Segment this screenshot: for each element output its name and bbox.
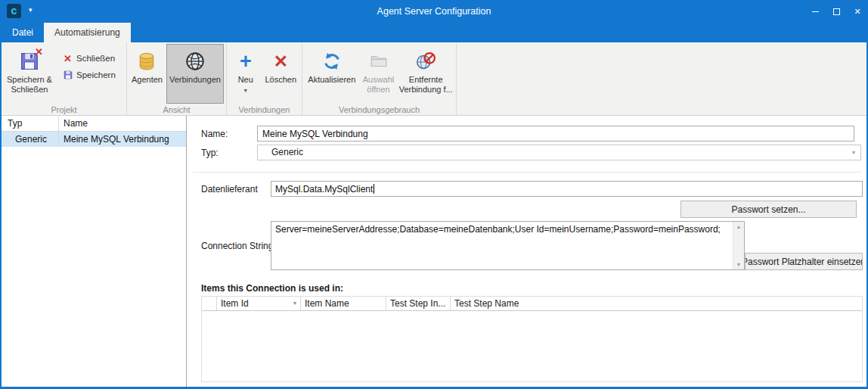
- group-label-verbindungsgebrauch: Verbindungsgebrauch: [302, 105, 456, 114]
- maximize-button[interactable]: [826, 0, 847, 23]
- column-header-typ[interactable]: Typ: [2, 116, 59, 131]
- window-title: Agent Server Configuration: [0, 0, 868, 23]
- scroll-up-icon[interactable]: ▲: [733, 222, 744, 232]
- chevron-down-icon[interactable]: ▾: [847, 145, 860, 160]
- connection-string-input[interactable]: Server=meineServerAddresse;Database=mein…: [271, 221, 745, 270]
- usage-table-header: Item Id ▾ Item Name Test Step In... Test…: [202, 297, 862, 311]
- remote-connection-globe-icon: [414, 48, 437, 75]
- group-label-projekt: Projekt: [2, 105, 126, 114]
- close-icon: ✕: [854, 7, 860, 17]
- save-close-icon: ✕: [18, 48, 41, 75]
- open-folder-icon: [369, 48, 389, 75]
- refresh-button[interactable]: Aktualisieren: [305, 44, 359, 104]
- save-close-label-line1: Speichern &: [7, 75, 52, 85]
- agents-label: Agenten: [132, 75, 163, 85]
- connections-globe-icon: [184, 48, 206, 75]
- typ-combobox[interactable]: Generic ▾: [257, 145, 861, 160]
- connections-button[interactable]: Verbindungen: [166, 44, 224, 104]
- connection-string-label: Connection String: [201, 241, 273, 251]
- usage-column-item-id[interactable]: Item Id ▾: [217, 297, 301, 310]
- usage-indicator-column: [202, 297, 217, 310]
- usage-table: Item Id ▾ Item Name Test Step In... Test…: [201, 296, 863, 382]
- close-project-button[interactable]: ✕ Schließen: [58, 50, 119, 67]
- cell-typ: Generic: [2, 132, 59, 147]
- new-plus-icon: +: [240, 48, 252, 75]
- ribbon-tabrow: Datei Automatisierung: [2, 23, 866, 42]
- delete-label: Löschen: [265, 75, 296, 85]
- form-separator: [193, 172, 861, 173]
- agents-button[interactable]: Agenten: [129, 44, 165, 104]
- usage-column-test-step-in[interactable]: Test Step In...: [386, 297, 451, 310]
- ribbon-spacer: [457, 42, 866, 115]
- typ-label: Typ:: [201, 148, 219, 158]
- save-label: Speichern: [76, 70, 116, 79]
- column-header-name[interactable]: Name: [59, 116, 186, 131]
- close-button[interactable]: ✕: [847, 0, 868, 23]
- group-label-verbindungen: Verbindungen: [227, 105, 302, 114]
- ribbon-group-verbindungen: + Neu ▾ ✕ Löschen Verbindungen: [227, 42, 302, 115]
- text-cursor: [374, 184, 374, 194]
- delete-x-icon: ✕: [274, 48, 288, 75]
- filter-dropdown-icon[interactable]: ▾: [293, 297, 296, 310]
- save-close-label-line2: Schließen: [11, 85, 48, 95]
- connection-string-value: Server=meineServerAddresse;Database=mein…: [275, 224, 730, 235]
- tab-datei[interactable]: Datei: [2, 23, 44, 42]
- open-selection-label-line2: öffnen: [367, 85, 389, 95]
- group-label-ansicht: Ansicht: [127, 105, 226, 114]
- app-window: c ▾ Agent Server Configuration ✕ Datei A…: [0, 0, 868, 389]
- minimize-button[interactable]: [804, 0, 826, 23]
- ribbon-group-verbindungsgebrauch: Aktualisieren Auswahl öffnen: [302, 42, 457, 115]
- save-icon: [61, 70, 74, 80]
- save-and-close-button[interactable]: ✕ Speichern & Schließen: [4, 44, 55, 104]
- minimize-icon: [812, 11, 819, 12]
- cell-name: Meine MySQL Verbindung: [59, 132, 186, 147]
- content-area: Typ Name Generic Meine MySQL Verbindung …: [2, 116, 866, 387]
- name-label: Name:: [201, 129, 228, 139]
- remote-connection-label-line1: Entfernte: [409, 75, 443, 85]
- open-selection-label-line1: Auswahl: [363, 75, 395, 85]
- connection-detail-panel: Name: Typ: Generic ▾ Datenlieferant MySq…: [187, 116, 866, 387]
- maximize-icon: [833, 8, 840, 15]
- usage-column-item-name[interactable]: Item Name: [301, 297, 386, 310]
- connection-string-scrollbar[interactable]: ▲ ▼: [733, 222, 744, 269]
- agents-database-icon: [136, 48, 157, 75]
- refresh-icon: [321, 48, 343, 75]
- provider-label: Datenlieferant: [201, 184, 258, 194]
- provider-input-value: MySql.Data.MySqlClient: [275, 184, 373, 194]
- titlebar: c ▾ Agent Server Configuration ✕: [0, 0, 868, 23]
- close-project-label: Schließen: [76, 54, 115, 63]
- new-connection-button[interactable]: + Neu ▾: [229, 44, 262, 104]
- insert-password-placeholder-button[interactable]: Passwort Platzhalter einsetzen: [745, 253, 863, 270]
- new-label: Neu: [238, 75, 253, 85]
- refresh-label: Aktualisieren: [308, 75, 355, 85]
- ribbon-group-projekt: ✕ Speichern & Schließen ✕ Schließen: [2, 42, 127, 115]
- name-input[interactable]: [257, 126, 854, 142]
- tab-automatisierung[interactable]: Automatisierung: [44, 23, 131, 42]
- connection-list-row-selected[interactable]: Generic Meine MySQL Verbindung: [2, 132, 186, 147]
- save-button[interactable]: Speichern: [58, 67, 119, 83]
- provider-input[interactable]: MySql.Data.MySqlClient: [271, 181, 863, 197]
- connections-label: Verbindungen: [169, 75, 221, 85]
- usage-column-item-id-label: Item Id: [221, 298, 249, 309]
- ribbon-group-ansicht: Agenten Verbindungen Ansicht: [127, 42, 227, 115]
- usage-column-test-step-name[interactable]: Test Step Name: [451, 297, 862, 310]
- connection-list-header: Typ Name: [2, 116, 186, 132]
- usage-table-body: [202, 311, 862, 379]
- ribbon: ✕ Speichern & Schließen ✕ Schließen: [2, 42, 866, 116]
- red-x-overlay-icon: ✕: [35, 47, 43, 57]
- scroll-down-icon[interactable]: ▼: [733, 260, 744, 269]
- close-x-icon: ✕: [61, 53, 74, 64]
- new-dropdown-caret-icon[interactable]: ▾: [244, 86, 247, 95]
- set-password-button[interactable]: Passwort setzen...: [680, 201, 857, 218]
- usage-label: Items this Connection is used in:: [201, 283, 343, 294]
- remote-connection-button[interactable]: Entfernte Verbindung f...: [398, 44, 454, 104]
- typ-combobox-value: Generic: [258, 145, 847, 160]
- delete-connection-button[interactable]: ✕ Löschen: [262, 44, 299, 104]
- remote-connection-label-line2: Verbindung f...: [399, 85, 453, 95]
- open-selection-button[interactable]: Auswahl öffnen: [359, 44, 398, 104]
- connection-list-panel: Typ Name Generic Meine MySQL Verbindung: [2, 116, 187, 387]
